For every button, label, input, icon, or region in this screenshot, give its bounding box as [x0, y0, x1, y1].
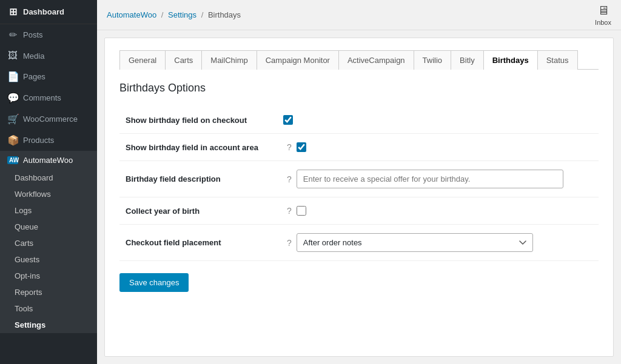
- sidebar-item-label: Comments: [23, 93, 61, 102]
- checkbox-collect-year[interactable]: [297, 206, 306, 216]
- sidebar-item-media[interactable]: 🖼 Media: [0, 45, 97, 66]
- breadcrumb-current: Birthdays: [208, 10, 241, 19]
- sidebar-sub-tools[interactable]: Tools: [0, 300, 97, 317]
- sidebar-item-label: Pages: [23, 72, 45, 81]
- tab-general[interactable]: General: [119, 50, 166, 70]
- field-collect-year: Collect year of birth ?: [119, 197, 599, 225]
- sidebar-sub-workflows[interactable]: Workflows: [0, 186, 97, 202]
- inbox-label: Inbox: [595, 19, 611, 26]
- breadcrumb-settings[interactable]: Settings: [168, 10, 196, 19]
- field-checkout-placement: Checkout field placement ? After order n…: [119, 225, 599, 261]
- field-label-checkout: Show birthday field on checkout: [119, 107, 277, 134]
- tab-campaign-monitor[interactable]: Campaign Monitor: [257, 50, 339, 70]
- field-label-description: Birthday field description: [119, 161, 277, 197]
- sidebar: ⊞ Dashboard ✏ Posts 🖼 Media 📄 Pages 💬 Co…: [0, 0, 97, 364]
- inbox-button[interactable]: 🖥 Inbox: [595, 4, 611, 26]
- sidebar-brand-label: Dashboard: [23, 7, 64, 16]
- sidebar-item-pages[interactable]: 📄 Pages: [0, 66, 97, 87]
- sidebar-item-posts[interactable]: ✏ Posts: [0, 24, 97, 45]
- help-icon-collect-year[interactable]: ?: [287, 206, 292, 216]
- breadcrumb-automatewoo[interactable]: AutomateWoo: [107, 10, 156, 19]
- sidebar-submenu: Dashboard Workflows Logs Queue Carts Gue…: [0, 170, 97, 333]
- main-area: AutomateWoo / Settings / Birthdays 🖥 Inb…: [97, 0, 621, 364]
- sidebar-sub-logs[interactable]: Logs: [0, 202, 97, 219]
- help-icon-description[interactable]: ?: [287, 174, 292, 184]
- woocommerce-icon: 🛒: [7, 113, 18, 125]
- breadcrumb-sep2: /: [201, 10, 204, 19]
- sidebar-item-woocommerce[interactable]: 🛒 WooCommerce: [0, 108, 97, 130]
- sidebar-sub-guests[interactable]: Guests: [0, 251, 97, 268]
- field-label-collect-year: Collect year of birth: [119, 197, 277, 225]
- help-icon-account[interactable]: ?: [287, 142, 292, 152]
- tab-birthdays[interactable]: Birthdays: [483, 50, 538, 70]
- sidebar-sub-dashboard[interactable]: Dashboard: [0, 170, 97, 186]
- comments-icon: 💬: [7, 92, 18, 104]
- sidebar-item-label: Products: [23, 136, 54, 145]
- field-show-birthday-checkout: Show birthday field on checkout: [119, 107, 599, 134]
- sidebar-item-label: WooCommerce: [23, 114, 78, 124]
- field-label-account: Show birthday field in account area: [119, 134, 277, 161]
- save-changes-button[interactable]: Save changes: [119, 273, 189, 292]
- breadcrumb-sep1: /: [161, 10, 164, 19]
- posts-icon: ✏: [7, 29, 18, 41]
- inbox-icon: 🖥: [597, 4, 609, 18]
- page-title: Birthdays Options: [119, 82, 599, 94]
- tab-twilio[interactable]: Twilio: [414, 50, 452, 70]
- field-control-account: ?: [277, 134, 599, 161]
- dashboard-icon: ⊞: [7, 6, 18, 18]
- sidebar-item-comments[interactable]: 💬 Comments: [0, 87, 97, 108]
- sidebar-sub-settings[interactable]: Settings: [0, 317, 97, 333]
- options-table: Show birthday field on checkout Show bir…: [119, 107, 599, 261]
- tabs-container: General Carts MailChimp Campaign Monitor…: [119, 50, 599, 70]
- tab-activecampaign[interactable]: ActiveCampaign: [338, 50, 414, 70]
- field-birthday-description: Birthday field description ?: [119, 161, 599, 197]
- media-icon: 🖼: [7, 50, 18, 61]
- checkout-placement-select[interactable]: After order notes Before order notes Aft…: [297, 233, 533, 252]
- content-area: General Carts MailChimp Campaign Monitor…: [104, 38, 614, 357]
- tab-mailchimp[interactable]: MailChimp: [201, 50, 257, 70]
- sidebar-item-automatewoo[interactable]: AW AutomateWoo: [0, 151, 97, 170]
- field-control-collect-year: ?: [277, 197, 599, 225]
- products-icon: 📦: [7, 134, 18, 146]
- checkbox-show-birthday-account[interactable]: [297, 142, 306, 152]
- sidebar-item-products[interactable]: 📦 Products: [0, 130, 97, 151]
- automatewoo-icon: AW: [7, 156, 18, 164]
- sidebar-brand[interactable]: ⊞ Dashboard: [0, 0, 97, 24]
- breadcrumb: AutomateWoo / Settings / Birthdays: [107, 10, 241, 19]
- checkbox-show-birthday-checkout[interactable]: [283, 115, 293, 125]
- sidebar-item-label: Posts: [23, 30, 43, 39]
- field-control-checkout: [277, 107, 599, 134]
- field-control-placement: ? After order notes Before order notes A…: [277, 225, 599, 261]
- help-icon-placement[interactable]: ?: [287, 238, 292, 248]
- tab-status[interactable]: Status: [537, 50, 578, 70]
- field-control-description: ?: [277, 161, 599, 197]
- sidebar-sub-reports[interactable]: Reports: [0, 284, 97, 300]
- tab-carts[interactable]: Carts: [165, 50, 202, 70]
- tab-bitly[interactable]: Bitly: [451, 50, 484, 70]
- field-label-placement: Checkout field placement: [119, 225, 277, 261]
- pages-icon: 📄: [7, 71, 18, 82]
- sidebar-sub-carts[interactable]: Carts: [0, 235, 97, 251]
- sidebar-sub-optins[interactable]: Opt-ins: [0, 268, 97, 284]
- field-show-birthday-account: Show birthday field in account area ?: [119, 134, 599, 161]
- sidebar-sub-queue[interactable]: Queue: [0, 219, 97, 235]
- topbar: AutomateWoo / Settings / Birthdays 🖥 Inb…: [97, 0, 621, 30]
- sidebar-item-label: Media: [23, 51, 44, 61]
- birthday-description-input[interactable]: [297, 170, 563, 188]
- sidebar-item-label: AutomateWoo: [23, 156, 73, 165]
